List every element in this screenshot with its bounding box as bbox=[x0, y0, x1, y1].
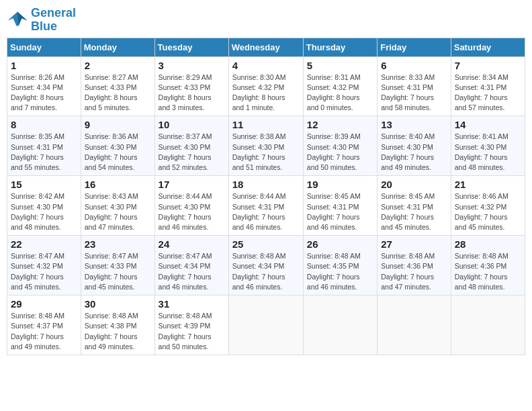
cell-line: and 52 minutes. bbox=[159, 163, 209, 171]
cell-line: Sunset: 4:30 PM bbox=[307, 143, 359, 151]
calendar-cell: 28Sunrise: 8:48 AMSunset: 4:36 PMDayligh… bbox=[451, 236, 525, 295]
cell-line: Sunrise: 8:48 AM bbox=[159, 312, 212, 320]
cell-line: Sunset: 4:30 PM bbox=[455, 143, 507, 151]
cell-line: Daylight: 7 hours bbox=[307, 213, 360, 221]
cell-line: Sunset: 4:39 PM bbox=[159, 322, 211, 330]
cell-line: Sunrise: 8:39 AM bbox=[307, 132, 361, 140]
weekday-header-sunday: Sunday bbox=[7, 38, 81, 56]
day-number: 4 bbox=[232, 60, 300, 71]
day-number: 2 bbox=[85, 60, 151, 71]
cell-line: Sunset: 4:30 PM bbox=[85, 143, 137, 151]
cell-line: Sunrise: 8:44 AM bbox=[159, 192, 212, 200]
cell-line: Daylight: 8 hours bbox=[159, 93, 212, 101]
cell-line: Sunrise: 8:27 AM bbox=[85, 73, 138, 81]
day-number: 8 bbox=[11, 119, 77, 130]
cell-line: Daylight: 7 hours bbox=[307, 153, 360, 161]
day-number: 13 bbox=[381, 119, 447, 130]
cell-info: Sunrise: 8:48 AMSunset: 4:36 PMDaylight:… bbox=[381, 251, 447, 292]
cell-line: and 51 minutes. bbox=[232, 163, 283, 171]
cell-info: Sunrise: 8:47 AMSunset: 4:34 PMDaylight:… bbox=[159, 251, 225, 292]
calendar-cell: 3Sunrise: 8:29 AMSunset: 4:33 PMDaylight… bbox=[154, 56, 228, 116]
cell-line: Sunrise: 8:37 AM bbox=[159, 132, 212, 140]
day-number: 29 bbox=[11, 298, 77, 310]
cell-info: Sunrise: 8:26 AMSunset: 4:34 PMDaylight:… bbox=[11, 73, 77, 113]
week-row-1: 1Sunrise: 8:26 AMSunset: 4:34 PMDaylight… bbox=[7, 56, 525, 116]
cell-line: Daylight: 8 hours bbox=[85, 93, 138, 101]
page-header: General Blue bbox=[7, 7, 525, 34]
cell-line: and 46 minutes. bbox=[232, 283, 283, 291]
calendar-cell: 22Sunrise: 8:47 AMSunset: 4:32 PMDayligh… bbox=[7, 236, 81, 295]
calendar-cell: 9Sunrise: 8:36 AMSunset: 4:30 PMDaylight… bbox=[81, 116, 154, 176]
week-row-3: 15Sunrise: 8:42 AMSunset: 4:30 PMDayligh… bbox=[7, 176, 525, 236]
weekday-header-friday: Friday bbox=[378, 38, 451, 56]
calendar-cell bbox=[303, 295, 377, 355]
cell-info: Sunrise: 8:44 AMSunset: 4:30 PMDaylight:… bbox=[159, 191, 225, 232]
cell-line: Daylight: 7 hours bbox=[232, 153, 285, 161]
cell-line: Sunrise: 8:41 AM bbox=[455, 132, 508, 140]
day-number: 6 bbox=[381, 60, 447, 71]
cell-line: Sunset: 4:30 PM bbox=[85, 203, 137, 211]
cell-line: and 48 minutes. bbox=[455, 163, 505, 171]
cell-line: Sunrise: 8:38 AM bbox=[232, 132, 286, 140]
cell-line: Daylight: 7 hours bbox=[455, 273, 508, 281]
cell-info: Sunrise: 8:27 AMSunset: 4:33 PMDaylight:… bbox=[85, 73, 151, 113]
cell-line: Sunset: 4:30 PM bbox=[11, 203, 63, 211]
logo: General Blue bbox=[7, 7, 76, 34]
cell-info: Sunrise: 8:48 AMSunset: 4:37 PMDaylight:… bbox=[11, 311, 77, 352]
cell-line: Daylight: 7 hours bbox=[455, 93, 508, 101]
calendar-cell: 13Sunrise: 8:40 AMSunset: 4:30 PMDayligh… bbox=[378, 116, 451, 176]
cell-line: and 54 minutes. bbox=[85, 163, 135, 171]
day-number: 18 bbox=[232, 179, 300, 190]
cell-line: and 46 minutes. bbox=[159, 223, 209, 231]
cell-line: Sunset: 4:37 PM bbox=[11, 322, 63, 330]
day-number: 30 bbox=[85, 298, 151, 310]
calendar-cell: 7Sunrise: 8:34 AMSunset: 4:31 PMDaylight… bbox=[451, 56, 525, 116]
cell-line: Daylight: 8 hours bbox=[11, 93, 64, 101]
day-number: 15 bbox=[11, 179, 77, 190]
day-number: 1 bbox=[11, 60, 77, 71]
day-number: 26 bbox=[307, 238, 373, 250]
cell-line: and 57 minutes. bbox=[455, 103, 505, 111]
day-number: 14 bbox=[455, 119, 521, 130]
cell-line: Sunset: 4:34 PM bbox=[159, 262, 211, 270]
cell-line: and 0 minutes. bbox=[307, 103, 353, 111]
calendar-cell: 26Sunrise: 8:48 AMSunset: 4:35 PMDayligh… bbox=[303, 236, 377, 295]
cell-info: Sunrise: 8:34 AMSunset: 4:31 PMDaylight:… bbox=[455, 73, 521, 113]
calendar-cell: 6Sunrise: 8:33 AMSunset: 4:31 PMDaylight… bbox=[378, 56, 451, 116]
day-number: 21 bbox=[455, 179, 521, 190]
cell-line: and 46 minutes. bbox=[232, 223, 283, 231]
cell-line: Sunset: 4:30 PM bbox=[159, 143, 211, 151]
svg-marker-1 bbox=[17, 11, 27, 26]
cell-line: and 47 minutes. bbox=[381, 283, 431, 291]
cell-line: Sunset: 4:31 PM bbox=[455, 83, 507, 91]
calendar-cell: 15Sunrise: 8:42 AMSunset: 4:30 PMDayligh… bbox=[7, 176, 81, 236]
cell-line: Sunset: 4:31 PM bbox=[307, 203, 359, 211]
day-number: 9 bbox=[85, 119, 151, 130]
calendar-cell: 25Sunrise: 8:48 AMSunset: 4:34 PMDayligh… bbox=[228, 236, 303, 295]
cell-line: and 48 minutes. bbox=[11, 223, 61, 231]
cell-line: Daylight: 8 hours bbox=[307, 93, 360, 101]
cell-line: Sunset: 4:30 PM bbox=[159, 203, 211, 211]
cell-line: and 48 minutes. bbox=[455, 283, 505, 291]
cell-line: Sunrise: 8:35 AM bbox=[11, 132, 64, 140]
calendar-cell: 11Sunrise: 8:38 AMSunset: 4:30 PMDayligh… bbox=[228, 116, 303, 176]
cell-line: Sunset: 4:30 PM bbox=[381, 143, 433, 151]
cell-line: Sunset: 4:36 PM bbox=[381, 262, 433, 270]
calendar-cell: 21Sunrise: 8:46 AMSunset: 4:32 PMDayligh… bbox=[451, 176, 525, 236]
cell-line: Daylight: 7 hours bbox=[159, 273, 212, 281]
calendar-cell bbox=[378, 295, 451, 355]
cell-line: Daylight: 7 hours bbox=[11, 153, 64, 161]
cell-info: Sunrise: 8:43 AMSunset: 4:30 PMDaylight:… bbox=[85, 191, 151, 232]
cell-line: and 50 minutes. bbox=[159, 342, 209, 351]
cell-info: Sunrise: 8:44 AMSunset: 4:31 PMDaylight:… bbox=[232, 191, 300, 232]
calendar-cell: 27Sunrise: 8:48 AMSunset: 4:36 PMDayligh… bbox=[378, 236, 451, 295]
cell-info: Sunrise: 8:35 AMSunset: 4:31 PMDaylight:… bbox=[11, 132, 77, 173]
cell-line: Sunset: 4:32 PM bbox=[232, 83, 285, 91]
cell-line: Sunrise: 8:26 AM bbox=[11, 73, 64, 81]
cell-line: Sunrise: 8:47 AM bbox=[11, 252, 64, 260]
cell-line: Sunset: 4:34 PM bbox=[11, 83, 63, 91]
cell-line: Sunrise: 8:45 AM bbox=[381, 192, 435, 200]
day-number: 7 bbox=[455, 60, 521, 71]
day-number: 20 bbox=[381, 179, 447, 190]
cell-line: Sunset: 4:31 PM bbox=[232, 203, 285, 211]
